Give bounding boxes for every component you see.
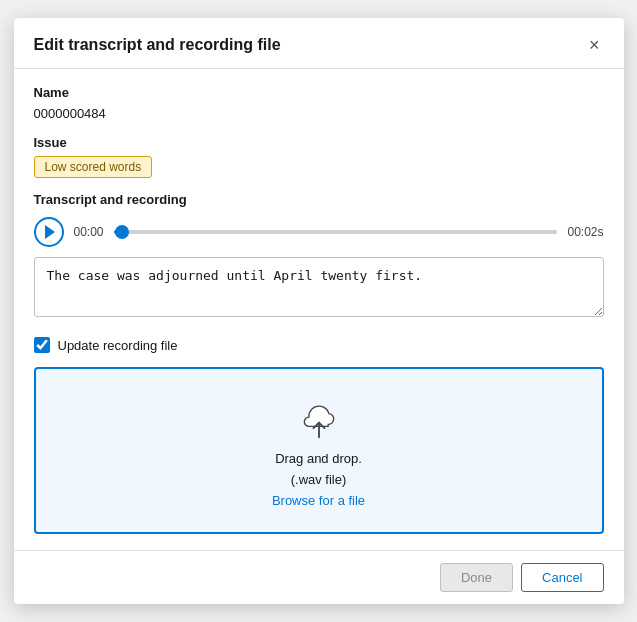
issue-section: Issue Low scored words <box>34 135 604 178</box>
issue-label: Issue <box>34 135 604 150</box>
update-recording-label: Update recording file <box>58 338 178 353</box>
name-label: Name <box>34 85 604 100</box>
issue-badge: Low scored words <box>34 156 153 178</box>
dialog-header: Edit transcript and recording file × <box>14 18 624 69</box>
update-recording-row: Update recording file <box>34 337 604 353</box>
audio-player: 00:00 00:02s <box>34 217 604 247</box>
dialog-body: Name 0000000484 Issue Low scored words T… <box>14 69 624 550</box>
edit-dialog: Edit transcript and recording file × Nam… <box>14 18 624 604</box>
dialog-title: Edit transcript and recording file <box>34 36 281 54</box>
play-button[interactable] <box>34 217 64 247</box>
play-icon <box>45 225 55 239</box>
dropzone[interactable]: Drag and drop. (.wav file) Browse for a … <box>34 367 604 534</box>
transcript-textarea[interactable] <box>34 257 604 317</box>
transcript-section-label: Transcript and recording <box>34 192 604 207</box>
time-end: 00:02s <box>567 225 603 239</box>
browse-link[interactable]: Browse for a file <box>272 493 365 508</box>
update-recording-checkbox[interactable] <box>34 337 50 353</box>
close-button[interactable]: × <box>585 34 604 56</box>
wav-file-label: (.wav file) <box>291 472 347 487</box>
time-start: 00:00 <box>74 225 104 239</box>
drag-drop-text: Drag and drop. <box>275 451 362 466</box>
progress-bar[interactable] <box>114 230 558 234</box>
dialog-footer: Done Cancel <box>14 550 624 604</box>
upload-cloud-icon <box>297 397 341 445</box>
done-button[interactable]: Done <box>440 563 513 592</box>
cancel-button[interactable]: Cancel <box>521 563 603 592</box>
name-section: Name 0000000484 <box>34 85 604 121</box>
name-value: 0000000484 <box>34 106 604 121</box>
progress-thumb <box>115 225 129 239</box>
transcript-section: Transcript and recording 00:00 00:02s <box>34 192 604 337</box>
